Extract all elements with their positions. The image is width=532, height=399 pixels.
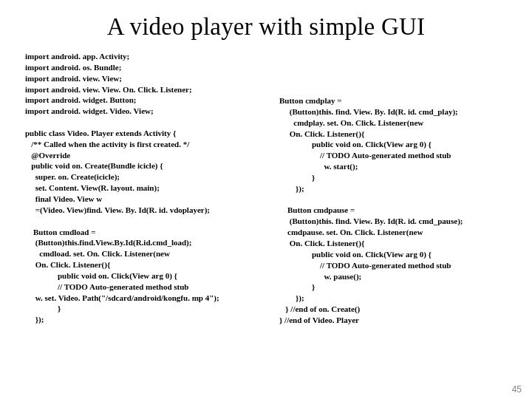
code-block-right: Button cmdplay = (Button)this. find. Vie… (279, 51, 507, 326)
slide: A video player with simple GUI import an… (0, 0, 532, 399)
code-columns: import android. app. Activity; import an… (25, 51, 507, 326)
page-title: A video player with simple GUI (25, 13, 507, 41)
code-block-left: import android. app. Activity; import an… (25, 51, 262, 326)
page-number: 45 (512, 384, 522, 395)
